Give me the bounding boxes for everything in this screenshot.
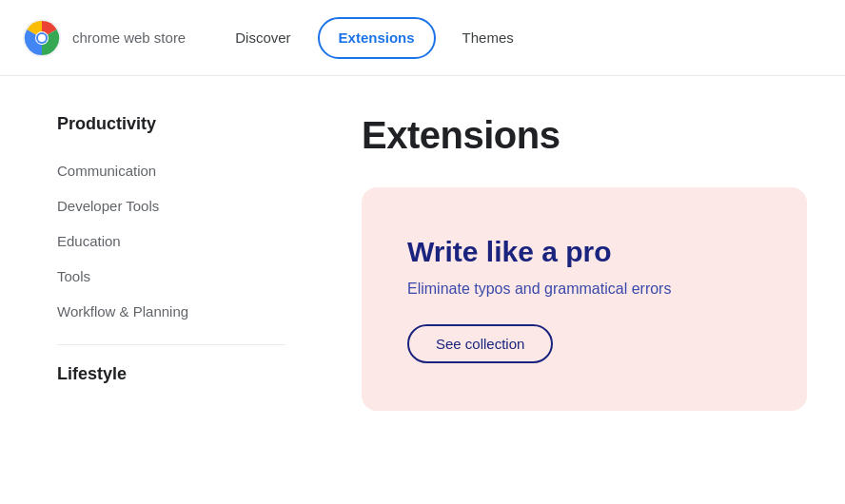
nav-tabs: Discover Extensions Themes [216,0,533,75]
content-area: Extensions Write like a pro Eliminate ty… [343,76,845,504]
sidebar-item-workflow-planning[interactable]: Workflow & Planning [57,294,285,329]
sidebar-section-lifestyle: Lifestyle [57,364,285,384]
header: chrome web store Discover Extensions The… [0,0,845,76]
main-content: Productivity Communication Developer Too… [0,76,845,504]
sidebar-divider [57,344,285,345]
chrome-logo-svg [23,19,61,57]
promo-title: Write like a pro [407,235,761,269]
svg-point-4 [38,34,46,42]
sidebar-item-communication[interactable]: Communication [57,153,285,188]
promo-card: Write like a pro Eliminate typos and gra… [362,187,807,411]
tab-themes[interactable]: Themes [443,17,533,59]
logo-area: chrome web store [23,19,186,57]
sidebar-item-tools[interactable]: Tools [57,259,285,294]
sidebar: Productivity Communication Developer Too… [0,76,343,504]
tab-extensions[interactable]: Extensions [318,17,436,59]
see-collection-button[interactable]: See collection [407,324,553,363]
sidebar-item-developer-tools[interactable]: Developer Tools [57,188,285,223]
sidebar-item-education[interactable]: Education [57,223,285,259]
page-title: Extensions [362,114,807,157]
sidebar-section-productivity: Productivity [57,114,285,134]
promo-subtitle: Eliminate typos and grammatical errors [407,281,761,298]
logo-text: chrome web store [72,29,186,46]
tab-discover[interactable]: Discover [216,17,309,59]
chrome-logo [23,19,61,57]
